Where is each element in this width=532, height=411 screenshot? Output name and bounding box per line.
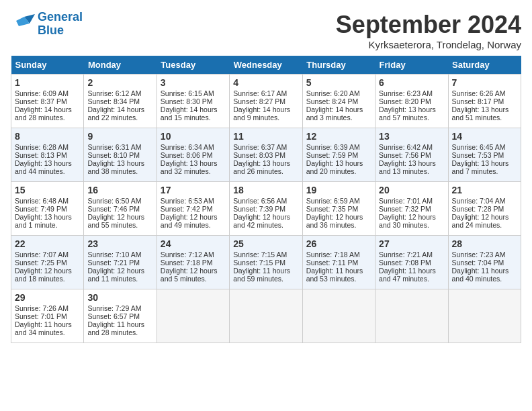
day-info-line: Daylight: 14 hours [161,105,226,113]
logo-icon [11,14,35,34]
day-info-line: Daylight: 12 hours [306,213,371,221]
day-info-line: Sunset: 8:34 PM [87,97,152,105]
day-number: 4 [233,77,298,88]
header-thursday: Thursday [302,56,375,75]
day-info-line: Sunrise: 7:01 AM [379,197,444,205]
day-info-line: Sunset: 7:49 PM [15,205,80,213]
calendar-cell: 4Sunrise: 6:17 AMSunset: 8:27 PMDaylight… [230,75,302,128]
day-info-line: Sunset: 7:01 PM [15,312,80,320]
calendar-cell: 21Sunrise: 7:04 AMSunset: 7:28 PMDayligh… [448,182,521,236]
day-info-line: Daylight: 13 hours [452,105,517,113]
day-info-line: Sunrise: 6:37 AM [233,143,298,151]
day-info-line: and 30 minutes. [379,221,444,229]
day-info-line: Sunset: 7:25 PM [15,259,80,267]
day-info-line: and 36 minutes. [306,221,371,229]
day-info-line: Sunset: 8:13 PM [15,151,80,159]
day-number: 30 [87,292,152,303]
day-info-line: Sunrise: 6:59 AM [306,197,371,205]
day-number: 26 [306,238,371,249]
day-number: 20 [379,185,444,195]
day-info-line: Daylight: 12 hours [161,267,226,275]
day-info-line: and 15 minutes. [161,113,226,122]
day-number: 9 [87,131,152,142]
day-info-line: Sunset: 7:11 PM [306,259,371,267]
calendar-cell: 29Sunrise: 7:26 AMSunset: 7:01 PMDayligh… [11,289,84,343]
day-info-line: Daylight: 12 hours [379,213,444,221]
day-number: 1 [15,77,80,88]
day-info-line: Daylight: 11 hours [452,267,517,275]
day-info-line: Sunset: 7:18 PM [161,259,226,267]
calendar-cell: 20Sunrise: 7:01 AMSunset: 7:32 PMDayligh… [375,182,448,236]
day-info-line: and 34 minutes. [15,328,80,336]
header-sunday: Sunday [11,56,84,75]
day-info-line: Sunset: 7:15 PM [233,259,298,267]
calendar-cell: 10Sunrise: 6:34 AMSunset: 8:06 PMDayligh… [157,128,229,182]
calendar-cell: 11Sunrise: 6:37 AMSunset: 8:03 PMDayligh… [230,128,302,182]
day-info-line: Daylight: 14 hours [15,105,80,113]
calendar-cell: 27Sunrise: 7:21 AMSunset: 7:08 PMDayligh… [375,236,448,289]
day-info-line: and 28 minutes. [15,113,80,122]
calendar-cell: 5Sunrise: 6:20 AMSunset: 8:24 PMDaylight… [302,75,375,128]
day-info-line: Sunset: 8:17 PM [452,97,517,105]
calendar-cell: 12Sunrise: 6:39 AMSunset: 7:59 PMDayligh… [302,128,375,182]
day-info-line: Daylight: 13 hours [161,159,226,167]
day-info-line: Sunset: 7:59 PM [306,151,371,159]
day-number: 16 [87,185,152,195]
calendar-cell: 9Sunrise: 6:31 AMSunset: 8:10 PMDaylight… [84,128,157,182]
day-info-line: and 9 minutes. [233,113,298,122]
day-info-line: Daylight: 13 hours [452,159,517,167]
day-info-line: Sunrise: 6:12 AM [87,89,152,97]
day-info-line: Sunrise: 7:10 AM [87,250,152,259]
day-info-line: Sunrise: 7:26 AM [15,304,80,312]
day-info-line: Sunrise: 6:15 AM [161,89,226,97]
location-subtitle: Kyrksaeterora, Trondelag, Norway [336,39,521,50]
day-info-line: Sunrise: 6:31 AM [87,143,152,151]
calendar-cell: 19Sunrise: 6:59 AMSunset: 7:35 PMDayligh… [302,182,375,236]
title-block: September 2024 Kyrksaeterora, Trondelag,… [336,11,521,50]
day-info-line: Sunrise: 7:18 AM [306,250,371,259]
day-info-line: Daylight: 12 hours [161,213,226,221]
day-info-line: Daylight: 14 hours [306,105,371,113]
day-info-line: and 38 minutes. [87,167,152,175]
day-number: 17 [161,185,226,195]
day-number: 10 [161,131,226,142]
day-info-line: Daylight: 11 hours [379,267,444,275]
day-number: 8 [15,131,80,142]
day-info-line: Sunrise: 7:12 AM [161,250,226,259]
day-info-line: Sunrise: 6:39 AM [306,143,371,151]
day-info-line: Sunrise: 6:56 AM [233,197,298,205]
day-number: 6 [379,77,444,88]
day-info-line: and 13 minutes. [379,167,444,175]
day-number: 18 [233,185,298,195]
day-info-line: and 55 minutes. [87,221,152,229]
day-info-line: Sunset: 8:10 PM [87,151,152,159]
day-info-line: Sunset: 7:21 PM [87,259,152,267]
day-info-line: Sunrise: 6:45 AM [452,143,517,151]
calendar-week-row: 1Sunrise: 6:09 AMSunset: 8:37 PMDaylight… [11,75,521,128]
day-info-line: Sunset: 8:30 PM [161,97,226,105]
day-info-line: and 24 minutes. [452,221,517,229]
day-info-line: Sunrise: 6:17 AM [233,89,298,97]
day-number: 13 [379,131,444,142]
day-info-line: Sunrise: 6:50 AM [87,197,152,205]
calendar-cell: 14Sunrise: 6:45 AMSunset: 7:53 PMDayligh… [448,128,521,182]
calendar-cell: 17Sunrise: 6:53 AMSunset: 7:42 PMDayligh… [157,182,229,236]
day-info-line: Daylight: 11 hours [87,320,152,328]
day-info-line: and 40 minutes. [452,275,517,283]
day-info-line: and 1 minute. [15,221,80,229]
calendar-cell [157,289,229,343]
header-tuesday: Tuesday [157,56,229,75]
day-number: 3 [161,77,226,88]
calendar-cell: 6Sunrise: 6:23 AMSunset: 8:20 PMDaylight… [375,75,448,128]
day-info-line: Daylight: 11 hours [233,267,298,275]
calendar-cell [302,289,375,343]
day-info-line: and 28 minutes. [87,328,152,336]
day-number: 25 [233,238,298,249]
calendar-cell: 30Sunrise: 7:29 AMSunset: 6:57 PMDayligh… [84,289,157,343]
day-info-line: Sunrise: 6:20 AM [306,89,371,97]
day-info-line: Sunset: 8:24 PM [306,97,371,105]
calendar-week-row: 29Sunrise: 7:26 AMSunset: 7:01 PMDayligh… [11,289,521,343]
day-info-line: Sunset: 8:20 PM [379,97,444,105]
calendar-week-row: 8Sunrise: 6:28 AMSunset: 8:13 PMDaylight… [11,128,521,182]
day-info-line: Daylight: 12 hours [87,213,152,221]
